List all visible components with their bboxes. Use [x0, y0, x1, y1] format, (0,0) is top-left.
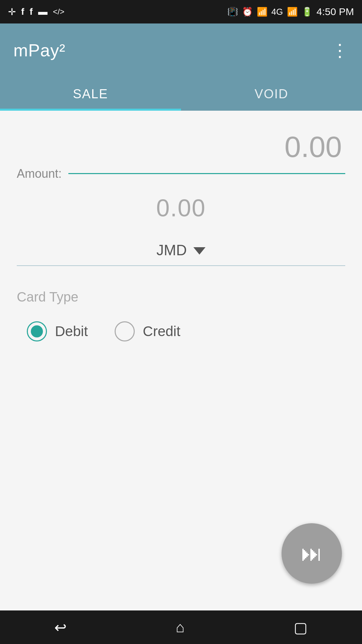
app-bar: mPay² ⋮ [0, 23, 362, 77]
wifi-icon: 📶 [257, 7, 267, 17]
network-4g: 4G [272, 7, 283, 17]
home-button[interactable]: ⌂ [176, 619, 185, 636]
debit-radio-button[interactable] [27, 321, 47, 341]
next-fab-button[interactable]: ⏭ [282, 523, 342, 584]
amount-value[interactable]: 0.00 [17, 194, 345, 222]
recents-button[interactable]: ▢ [294, 619, 308, 636]
credit-radio-option[interactable]: Credit [115, 321, 180, 341]
next-arrow-icon: ⏭ [301, 541, 322, 566]
alarm-icon: ⏰ [242, 7, 253, 17]
amount-underline [68, 173, 345, 174]
card-type-section: Card Type Debit Credit [17, 289, 345, 341]
tab-sale[interactable]: SALE [0, 77, 181, 111]
tab-void[interactable]: VOID [181, 77, 362, 111]
chevron-down-icon [193, 247, 205, 255]
amount-label: Amount: [17, 167, 62, 181]
more-menu-icon[interactable]: ⋮ [331, 40, 349, 60]
card-type-label: Card Type [17, 289, 345, 305]
facebook-icon-1: f [21, 6, 24, 17]
amount-section: 0.00 Amount: 0.00 [17, 131, 345, 222]
radio-group: Debit Credit [17, 321, 345, 341]
screen-icon: ▬ [38, 6, 48, 17]
credit-radio-button[interactable] [115, 321, 135, 341]
vibrate-icon: 📳 [227, 7, 238, 17]
amount-display: 0.00 [17, 131, 345, 163]
currency-label: JMD [157, 242, 187, 259]
tab-bar: SALE VOID [0, 77, 362, 111]
main-content: 0.00 Amount: 0.00 JMD Card Type Debit Cr… [0, 111, 362, 610]
facebook-icon-2: f [29, 6, 33, 17]
battery-icon: 🔋 [302, 7, 312, 17]
credit-label: Credit [143, 323, 180, 339]
code-icon: </> [53, 7, 65, 16]
status-bar-left: ✛ f f ▬ </> [8, 6, 64, 17]
time-display: 4:50 PM [316, 6, 354, 17]
bottom-nav: ↩ ⌂ ▢ [0, 610, 362, 644]
status-bar: ✛ f f ▬ </> 📳 ⏰ 📶 4G 📶 🔋 4:50 PM [0, 0, 362, 23]
amount-label-row: Amount: [17, 167, 345, 181]
signal-icon: 📶 [287, 7, 298, 17]
debit-radio-option[interactable]: Debit [27, 321, 88, 341]
debit-radio-inner [31, 325, 43, 337]
debit-label: Debit [55, 323, 88, 339]
back-button[interactable]: ↩ [54, 619, 67, 636]
currency-dropdown[interactable]: JMD [17, 242, 345, 266]
status-bar-right: 📳 ⏰ 📶 4G 📶 🔋 4:50 PM [227, 6, 354, 17]
app-title: mPay² [13, 40, 65, 60]
add-icon: ✛ [8, 6, 16, 17]
